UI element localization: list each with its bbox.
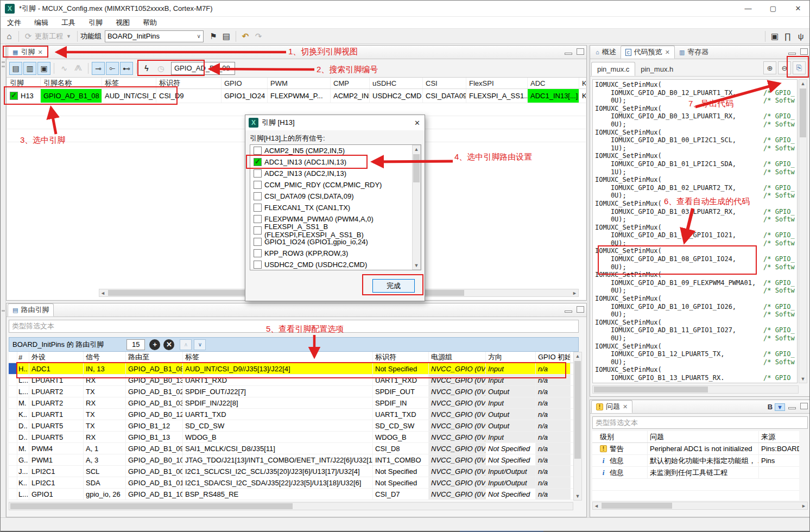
route-both-icon[interactable]: ⊷ — [120, 62, 133, 75]
export-code-icon[interactable]: ⎘ — [793, 61, 806, 74]
signal-item[interactable]: KPP_ROW3 (KPP,ROW,3) — [250, 248, 421, 259]
minimize-view-icon[interactable] — [565, 53, 572, 55]
signal-item[interactable]: USDHC2_CMD (USDHC2,CMD) — [250, 259, 421, 270]
tab-pin-mux-c[interactable]: pin_mux.c — [591, 62, 635, 76]
table-row[interactable]: L... LPUART2 TX GPIO_AD_B1_02 SPDIF_OUT/… — [9, 386, 573, 397]
minimize-view-icon[interactable] — [788, 53, 796, 55]
dialog-close-icon[interactable]: ✕ — [414, 119, 420, 127]
tab-pins[interactable]: ▦ 引脚 ✕ — [8, 46, 48, 59]
code-hscrollbar[interactable] — [592, 385, 799, 394]
signal-checkbox[interactable] — [254, 169, 262, 178]
menu-item[interactable]: 视图 — [109, 18, 136, 28]
problems-filter-input[interactable]: 类型筛选文本 — [592, 416, 808, 429]
console-icon[interactable]: B — [768, 403, 773, 411]
pins-list-view-icon[interactable]: ▥ — [23, 62, 36, 75]
signal-checkbox[interactable] — [254, 181, 262, 189]
table-row[interactable]: M. LPUART2 RX GPIO_AD_B1_03 SPDIF_IN/J22… — [9, 397, 573, 409]
route-in-icon[interactable]: ⊸ — [92, 62, 105, 75]
table-row[interactable]: 信息 默认初始化功能中未指定功能组， ... Pins — [592, 455, 799, 467]
table-row[interactable]: J... LPI2C1 SCL GPIO_AD_B1_00 I2C1_SCL/C… — [9, 466, 573, 477]
menu-item[interactable]: 帮助 — [136, 18, 163, 28]
pin-adc-cell[interactable]: ADC1_IN13[...] — [528, 89, 579, 103]
column-header[interactable]: 来源 — [759, 431, 799, 442]
tab-registers[interactable]: ▥ 寄存器 — [675, 46, 713, 59]
column-header[interactable]: 引脚名称 — [41, 78, 102, 88]
pin-row-h13[interactable]: H13 GPIO_AD_B1_08 AUD_INT/CSI_D... CSI_D… — [7, 89, 586, 103]
package-view-icon[interactable]: ▤ — [9, 62, 22, 75]
routed-hscrollbar[interactable] — [9, 502, 573, 510]
close-button[interactable]: ✕ — [786, 1, 810, 17]
redo-icon[interactable]: ↷ — [252, 30, 265, 42]
dialog-vscrollbar[interactable]: ▲ ▼ — [412, 145, 421, 270]
maximize-view-icon[interactable] — [577, 48, 584, 55]
column-header[interactable]: 电源组 — [429, 352, 486, 363]
update-project-button[interactable]: 更新工程 — [35, 31, 63, 41]
menu-item[interactable]: 文件 — [1, 18, 28, 28]
column-header[interactable]: # — [17, 352, 29, 363]
maximize-view-icon[interactable] — [577, 306, 584, 313]
clocks-tool-icon[interactable]: ∏ — [781, 30, 794, 42]
problems-table-header[interactable]: 级别问题来源 — [592, 431, 799, 443]
tab-overview[interactable]: ⌂ 概述 — [591, 46, 621, 59]
column-header[interactable]: 方向 — [486, 352, 536, 363]
signal-item[interactable]: CCM_PMIC_RDY (CCM,PMIC_RDY) — [250, 179, 421, 191]
tab-code-preview[interactable]: c 代码预览 ✕ — [621, 46, 675, 59]
table-row[interactable]: D.. LPUART5 RX GPIO_B1_13 WDOG_B WDOG_B … — [9, 432, 573, 443]
routed-count-field[interactable]: 15 — [126, 339, 145, 350]
tab-pin-mux-h[interactable]: pin_mux.h — [635, 62, 679, 76]
table-row[interactable]: K.. LPI2C1 SDA GPIO_AD_B1_01 I2C1_SDA/CS… — [9, 477, 573, 489]
signal-item[interactable]: FLEXSPI_A_SS1_B (FLEXSPI,FLEXSPI_A_SS1_B… — [250, 225, 421, 236]
flag-icon[interactable]: ⚑ — [207, 30, 220, 42]
close-icon[interactable]: ✕ — [665, 49, 670, 56]
column-header[interactable]: 路由至 — [126, 352, 183, 363]
column-header[interactable]: K — [579, 78, 586, 88]
wave2-view-icon[interactable]: ⨇ — [72, 62, 85, 75]
column-header[interactable]: 外设 — [29, 352, 84, 363]
routed-vscrollbar[interactable]: ▲ ▼ — [573, 352, 582, 501]
signal-item[interactable]: FLEXCAN1_TX (CAN1,TX) — [250, 202, 421, 213]
maximize-button[interactable]: ▢ — [761, 1, 786, 17]
pin-name-cell[interactable]: GPIO_AD_B1_08 — [41, 89, 102, 103]
route-out-icon[interactable]: ⟜ — [106, 62, 119, 75]
column-header[interactable]: 标识符 — [156, 78, 222, 88]
menu-item[interactable]: 工具 — [55, 18, 82, 28]
table-row[interactable]: 警告 Peripheral ADC1 is not initialized Pi… — [592, 443, 799, 455]
signal-checkbox[interactable] — [254, 158, 262, 166]
column-header[interactable]: 信号 — [84, 352, 126, 363]
minimize-view-icon[interactable] — [788, 407, 796, 409]
pins-table-header[interactable]: 引脚引脚名称标签标识符GPIOPWMCMPuSDHCCSIFlexSPIADCK — [7, 78, 586, 89]
wave-view-icon[interactable]: ∿ — [58, 62, 71, 75]
column-header[interactable]: CMP — [331, 78, 370, 88]
signal-checkbox[interactable] — [254, 249, 262, 257]
move-up-button[interactable]: ∧ — [180, 339, 192, 350]
routed-table-header[interactable]: #外设信号路由至标签标识符电源组方向GPIO 初始 — [9, 352, 573, 363]
add-pin-button[interactable]: + — [149, 339, 160, 350]
column-header[interactable]: 级别 — [598, 431, 648, 442]
remove-pin-button[interactable]: ✕ — [163, 339, 174, 350]
tab-problems[interactable]: ! 问题 ✕ — [591, 400, 632, 413]
column-header[interactable]: 标识符 — [373, 352, 429, 363]
routed-filter-input[interactable]: 类型筛选文本 — [9, 320, 579, 333]
quick-route-icon[interactable]: ϟ — [140, 62, 153, 75]
column-header[interactable]: FlexSPI — [466, 78, 528, 88]
close-icon[interactable]: ✕ — [623, 403, 628, 410]
home-icon[interactable]: ⌂ — [3, 30, 16, 42]
table-row[interactable]: H.. ADC1 IN, 13 GPIO_AD_B1_08 AUD_INT/CS… — [9, 363, 573, 375]
close-icon[interactable]: ✕ — [37, 49, 42, 56]
column-header[interactable]: 标签 — [183, 352, 373, 363]
done-button[interactable]: 完成 — [372, 279, 415, 293]
timer-icon[interactable]: ◷ — [154, 62, 167, 75]
column-header[interactable]: 问题 — [648, 431, 759, 442]
functional-group-select[interactable]: BOARD_InitPins ∨ — [105, 30, 204, 42]
signal-checkbox[interactable] — [254, 215, 262, 223]
column-header[interactable]: PWM — [268, 78, 331, 88]
column-header[interactable]: CSI — [423, 78, 466, 88]
pin-search-input[interactable]: GPIO_AD_B1_08 — [171, 62, 235, 75]
undo-icon[interactable]: ↶ — [239, 30, 252, 42]
signal-checkbox[interactable] — [254, 204, 262, 212]
signal-item[interactable]: ADC1_IN13 (ADC1,IN,13) — [250, 156, 421, 168]
table-row[interactable]: M. PWM4 A, 1 GPIO_AD_B1_09 SAI1_MCLK/CSI… — [9, 443, 573, 454]
column-header[interactable]: uSDHC — [370, 78, 423, 88]
column-header[interactable]: GPIO 初始 — [536, 352, 571, 363]
menu-item[interactable]: 编辑 — [28, 18, 55, 28]
